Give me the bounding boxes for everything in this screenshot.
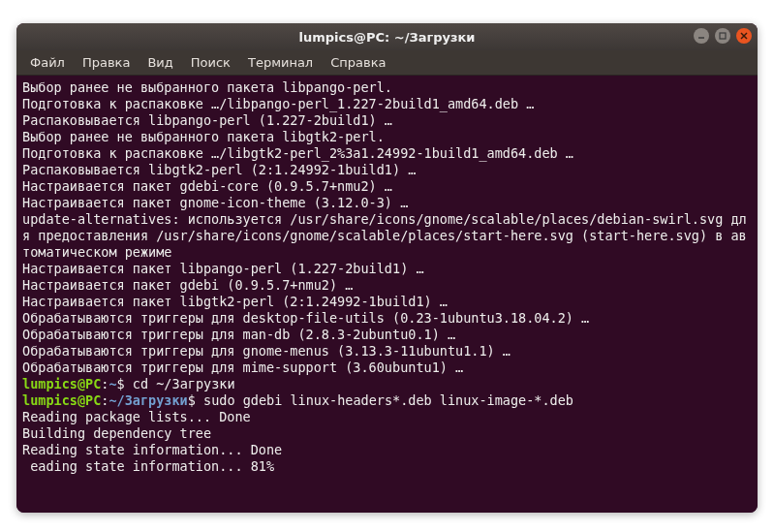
- prompt-user: lumpics: [22, 376, 77, 391]
- close-icon: [740, 32, 748, 40]
- output-line: Подготовка к распаковке …/libgtk2-perl_2…: [22, 145, 573, 161]
- output-line: Выбор ранее не выбранного пакета libpang…: [22, 79, 392, 95]
- menu-file[interactable]: Файл: [22, 52, 73, 73]
- output-line: Обрабатываются триггеры для man-db (2.8.…: [22, 327, 455, 342]
- output-line: Настраивается пакет gdebi-core (0.9.5.7+…: [22, 178, 392, 194]
- output-line: Выбор ранее не выбранного пакета libgtk2…: [22, 129, 385, 144]
- output-line: Building dependency tree: [22, 425, 211, 441]
- titlebar: lumpics@PC: ~/Загрузки: [16, 23, 758, 50]
- output-line: Настраивается пакет libpango-perl (1.227…: [22, 261, 424, 276]
- output-line: Настраивается пакет libgtk2-perl (2:1.24…: [22, 294, 448, 309]
- maximize-icon: [719, 32, 727, 40]
- minimize-icon: [697, 32, 705, 40]
- svg-rect-1: [720, 33, 726, 39]
- output-line: Настраивается пакет gnome-icon-theme (3.…: [22, 195, 408, 210]
- window-controls: [694, 28, 752, 44]
- output-line: Обрабатываются триггеры для mime-support…: [22, 360, 463, 375]
- maximize-button[interactable]: [715, 28, 730, 44]
- window-title: lumpics@PC: ~/Загрузки: [299, 30, 476, 45]
- output-line: Настраивается пакет gdebi (0.9.5.7+nmu2)…: [22, 277, 353, 293]
- output-line: Обрабатываются триггеры для desktop-file…: [22, 310, 589, 326]
- close-button[interactable]: [736, 28, 752, 44]
- menu-view[interactable]: Вид: [139, 52, 180, 73]
- output-line: eading state information... 81%: [22, 458, 274, 474]
- menu-help[interactable]: Справка: [323, 52, 393, 73]
- menu-search[interactable]: Поиск: [183, 52, 238, 73]
- menubar: Файл Правка Вид Поиск Терминал Справка: [16, 50, 758, 76]
- output-line: Распаковывается libgtk2-perl (2:1.24992-…: [22, 162, 416, 177]
- prompt-host: PC: [85, 392, 101, 408]
- menu-edit[interactable]: Правка: [75, 52, 138, 73]
- prompt-host: PC: [85, 376, 101, 391]
- output-line: Обрабатываются триггеры для gnome-menus …: [22, 343, 511, 359]
- output-line: Reading package lists... Done: [22, 409, 251, 424]
- output-line: Reading state information... Done: [22, 442, 282, 457]
- menu-terminal[interactable]: Терминал: [240, 52, 321, 73]
- prompt-path: ~/Загрузки: [108, 392, 187, 408]
- output-line: update-alternatives: используется /usr/s…: [22, 211, 747, 260]
- command-text: cd ~/Загрузки: [133, 376, 235, 391]
- prompt-path: ~: [108, 376, 116, 391]
- output-line: Распаковывается libpango-perl (1.227-2bu…: [22, 112, 392, 128]
- terminal-body[interactable]: Выбор ранее не выбранного пакета libpang…: [16, 76, 758, 513]
- output-line: Подготовка к распаковке …/libpango-perl_…: [22, 96, 534, 111]
- terminal-window: lumpics@PC: ~/Загрузки Файл Правка Вид П…: [16, 23, 758, 513]
- minimize-button[interactable]: [694, 28, 709, 44]
- prompt-user: lumpics: [22, 392, 77, 408]
- command-text: sudo gdebi linux-headers*.deb linux-imag…: [203, 392, 573, 408]
